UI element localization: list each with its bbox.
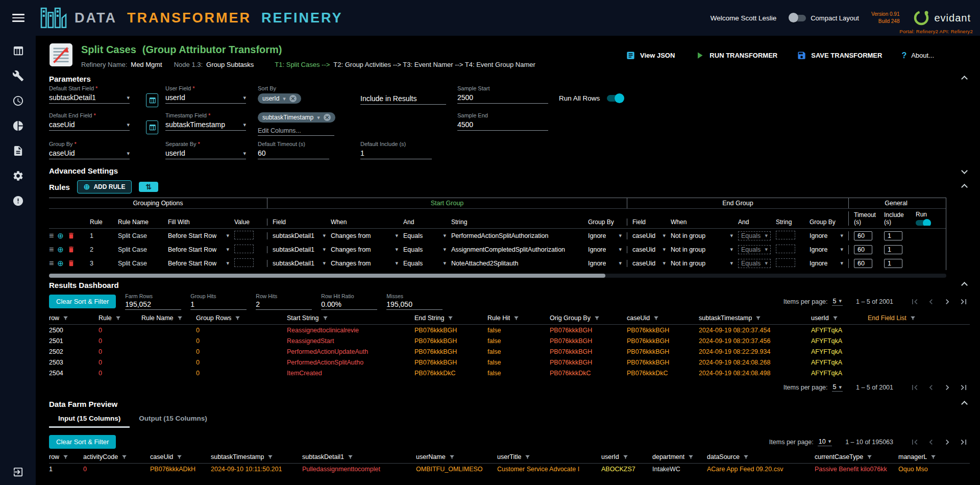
tab-output[interactable]: Output (15 Columns): [130, 409, 216, 428]
filter-icon[interactable]: [930, 454, 937, 460]
results-column-header[interactable]: Rule Hit: [487, 314, 550, 322]
collapse-results-icon[interactable]: [961, 282, 968, 288]
filter-icon[interactable]: [115, 315, 121, 322]
filter-icon[interactable]: [688, 454, 694, 460]
results-column-header[interactable]: Start String: [287, 314, 414, 322]
fill-with-select[interactable]: Before Start Row▾: [168, 232, 234, 239]
default-start-field[interactable]: Default Start Field subtaskDetail1▾: [49, 85, 146, 104]
compact-layout-toggle[interactable]: Compact Layout: [789, 14, 859, 22]
fill-with-select[interactable]: Before Start Row▾: [168, 246, 234, 253]
clear-sort-filter-button[interactable]: Clear Sort & Filter: [49, 295, 116, 308]
results-column-header[interactable]: End Field List: [868, 314, 937, 322]
start-and-select[interactable]: Equals▾: [403, 260, 451, 267]
results-row[interactable]: 2504 0 0 ItemCreated PB076kkkDkC false P…: [49, 368, 970, 378]
column-tool-icon[interactable]: [146, 120, 158, 134]
start-string-input[interactable]: AssignmentCompletedSplitAuthorization: [451, 246, 588, 253]
start-when-select[interactable]: Changes from▾: [331, 232, 403, 239]
sidebar-item-documents[interactable]: [12, 145, 24, 157]
sidebar-item-schedule[interactable]: [12, 95, 24, 107]
filter-icon[interactable]: [62, 454, 69, 460]
remove-chip-icon[interactable]: ✕: [289, 95, 297, 102]
results-row[interactable]: 2500 0 0 Reassignedtoclinicalrevie PB076…: [49, 325, 970, 335]
preview-column-header[interactable]: activityCode: [83, 453, 150, 460]
end-groupby-select[interactable]: Ignore▾: [810, 232, 848, 239]
first-page-icon[interactable]: [909, 296, 921, 308]
preview-column-header[interactable]: subtaskDetail1: [302, 453, 416, 460]
last-page-icon[interactable]: [958, 436, 970, 448]
edit-columns-link[interactable]: Edit Columns...: [258, 127, 334, 136]
timeout-input[interactable]: 60: [854, 245, 872, 254]
items-per-page-select[interactable]: 5▾: [832, 298, 843, 306]
filter-icon[interactable]: [447, 315, 454, 322]
timestamp-field[interactable]: Timestamp Field subtaskTimestamp▾: [165, 112, 258, 131]
filter-icon[interactable]: [524, 454, 531, 460]
end-groupby-select[interactable]: Ignore▾: [810, 246, 848, 253]
previous-page-icon[interactable]: [925, 381, 937, 394]
filter-icon[interactable]: [743, 454, 749, 460]
drag-handle-icon[interactable]: ≡: [49, 245, 54, 254]
value-input[interactable]: [234, 258, 254, 267]
results-column-header[interactable]: Group Rows: [196, 314, 287, 322]
filter-icon[interactable]: [177, 315, 183, 322]
run-transformer-button[interactable]: RUN TRANSFORMER: [694, 50, 777, 61]
default-timeout-field[interactable]: Default Timeout (s) 60: [258, 141, 360, 159]
run-all-rows-toggle[interactable]: Run All Rows: [559, 94, 970, 102]
filter-icon[interactable]: [121, 454, 128, 460]
include-in-results-field[interactable]: Include in Results: [360, 94, 446, 105]
preview-column-header[interactable]: subtaskTimestamp: [211, 453, 302, 460]
filter-icon[interactable]: [755, 315, 762, 322]
sidebar-item-analytics[interactable]: [12, 120, 24, 132]
pipeline-active-step[interactable]: T1: Split Cases -->: [275, 61, 330, 68]
start-groupby-select[interactable]: Ignore▾: [588, 232, 627, 239]
menu-icon[interactable]: [12, 14, 24, 22]
next-page-icon[interactable]: [941, 436, 953, 448]
clear-sort-filter-button[interactable]: Clear Sort & Filter: [49, 435, 116, 449]
sample-start-field[interactable]: Sample Start 2500: [457, 85, 559, 104]
add-row-icon[interactable]: ⊕: [57, 259, 64, 268]
toggle-track[interactable]: [789, 15, 806, 21]
sample-end-field[interactable]: Sample End 4500: [457, 112, 559, 131]
scrollbar-thumb[interactable]: [49, 274, 605, 278]
save-transformer-button[interactable]: SAVE TRANSFORMER: [797, 51, 882, 60]
results-column-header[interactable]: End String: [414, 314, 487, 322]
collapse-preview-icon[interactable]: [961, 401, 968, 407]
end-when-select[interactable]: Not in group▾: [671, 232, 738, 239]
preview-column-header[interactable]: department: [652, 453, 707, 460]
include-input[interactable]: 1: [884, 231, 902, 240]
next-page-icon[interactable]: [941, 381, 953, 394]
group-by-field[interactable]: Group By caseUid▾: [49, 141, 146, 159]
default-include-field[interactable]: Default Include (s) 1: [360, 141, 457, 159]
filter-icon[interactable]: [234, 315, 241, 322]
drag-handle-icon[interactable]: ≡: [49, 259, 54, 268]
last-page-icon[interactable]: [958, 296, 970, 308]
preview-column-header[interactable]: userId: [601, 453, 652, 460]
filter-icon[interactable]: [866, 454, 873, 460]
results-column-header[interactable]: caseUid: [627, 314, 699, 322]
filter-icon[interactable]: [832, 315, 839, 322]
filter-icon[interactable]: [594, 315, 600, 322]
tab-input[interactable]: Input (15 Columns): [49, 409, 130, 428]
sidebar-item-exit[interactable]: [12, 466, 24, 478]
delete-rule-icon[interactable]: [67, 246, 75, 253]
reorder-rules-button[interactable]: ⇅: [139, 182, 158, 192]
results-column-header[interactable]: row: [49, 314, 99, 322]
add-rule-button[interactable]: ⊕ ADD RULE: [77, 180, 132, 193]
filter-icon[interactable]: [62, 315, 69, 322]
user-field[interactable]: User Field userId▾: [165, 85, 258, 104]
fill-with-select[interactable]: Before Start Row▾: [168, 260, 234, 267]
drag-handle-icon[interactable]: ≡: [49, 231, 54, 240]
remove-chip-icon[interactable]: ✕: [324, 114, 331, 121]
about-button[interactable]: ? About...: [901, 51, 934, 60]
preview-column-header[interactable]: row: [49, 453, 83, 460]
results-column-header[interactable]: Rule Name: [141, 314, 196, 322]
end-groupby-select[interactable]: Ignore▾: [810, 260, 848, 267]
results-column-header[interactable]: Orig Group By: [550, 314, 627, 322]
separate-by-field[interactable]: Separate By userId▾: [165, 141, 258, 159]
sort-by-chip[interactable]: userId ▾ ✕: [258, 93, 301, 104]
preview-column-header[interactable]: caseUid: [150, 453, 211, 460]
first-page-icon[interactable]: [909, 436, 921, 448]
value-input[interactable]: [234, 245, 254, 253]
timeout-input[interactable]: 60: [854, 231, 872, 240]
delete-rule-icon[interactable]: [67, 232, 75, 239]
results-column-header[interactable]: Rule: [99, 314, 141, 322]
